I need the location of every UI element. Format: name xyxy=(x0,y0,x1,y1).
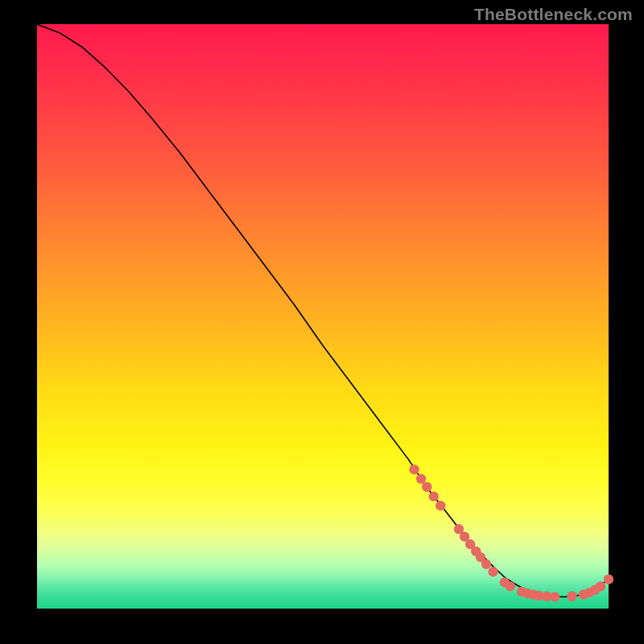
scatter-dot xyxy=(506,581,515,591)
scatter-dot xyxy=(596,581,605,591)
scatter-dot xyxy=(604,575,613,584)
scatter-dot xyxy=(481,559,491,569)
chart-svg xyxy=(37,24,609,609)
plot-area xyxy=(37,24,609,609)
scatter-dot xyxy=(550,592,559,601)
curve-line xyxy=(37,24,609,597)
scatter-dot xyxy=(409,464,419,474)
chart-container: TheBottleneck.com xyxy=(0,0,644,644)
scatter-dot xyxy=(416,474,426,484)
attribution-label: TheBottleneck.com xyxy=(474,5,633,24)
scatter-dot xyxy=(436,501,445,510)
scatter-dot xyxy=(567,592,576,601)
scatter-dot xyxy=(422,482,431,492)
scatter-dot xyxy=(488,567,497,576)
scatter-dot xyxy=(429,491,439,501)
